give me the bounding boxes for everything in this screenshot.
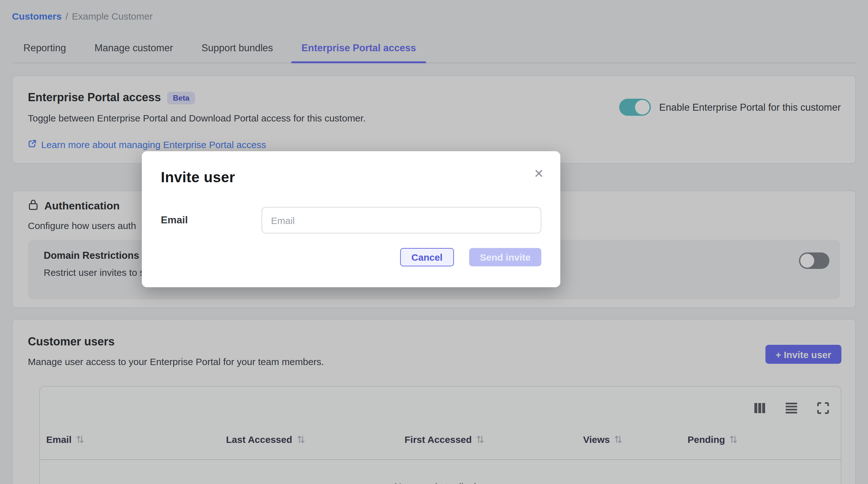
email-field-label: Email	[161, 215, 188, 226]
modal-title: Invite user	[161, 169, 541, 186]
app-viewport: Customers / Example Customer Reporting M…	[0, 0, 868, 484]
modal-actions: Cancel Send invite	[161, 248, 541, 266]
close-icon[interactable]: ✕	[534, 168, 544, 180]
cancel-button[interactable]: Cancel	[400, 248, 454, 266]
invite-user-modal: Invite user ✕ Email Cancel Send invite	[142, 151, 560, 287]
email-field-row: Email	[161, 207, 541, 233]
email-input[interactable]	[261, 207, 541, 233]
send-invite-button[interactable]: Send invite	[469, 248, 541, 266]
